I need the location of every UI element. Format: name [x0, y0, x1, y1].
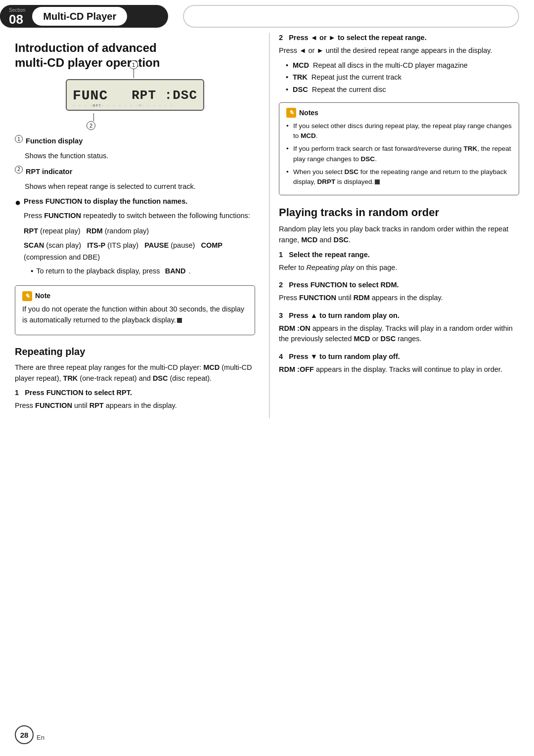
annotation-line-1	[134, 69, 134, 78]
annotation-2-container	[93, 113, 204, 121]
notes-icon: ✎	[286, 108, 296, 118]
annotation-circle-2-row: 2	[87, 121, 204, 130]
page-header: Section 08 Multi-CD Player	[0, 0, 534, 28]
repeat-step2-heading: 2 Press ◄ or ► to select the repeat rang…	[279, 33, 519, 44]
label-2-block: 2 RPT indicator Shows when repeat range …	[15, 166, 255, 192]
repeat-range-list: MCD Repeat all discs in the multi-CD pla…	[279, 60, 519, 95]
annotation-circle-1: 1	[129, 60, 138, 69]
repeating-step1-heading: 1 Press FUNCTION to select RPT.	[15, 388, 255, 399]
label-2-title: RPT indicator	[26, 168, 72, 176]
circle-1: 1	[15, 135, 23, 143]
intro-heading-line2: multi-CD player operation	[15, 56, 160, 69]
en-label: En	[37, 734, 44, 741]
right-column: 2 Press ◄ or ► to select the repeat rang…	[269, 33, 519, 418]
main-content: Introduction of advanced multi-CD player…	[0, 33, 534, 433]
repeating-intro: There are three repeat play ranges for t…	[15, 362, 255, 384]
press-function-content: Press FUNCTION to display the function n…	[24, 196, 255, 280]
random-heading: Playing tracks in random order	[279, 206, 519, 219]
circle-2: 2	[15, 166, 23, 174]
random-step1-body: Refer to Repeating play on this page.	[279, 263, 519, 273]
label-1-block: 1 Function display Shows the function st…	[15, 135, 255, 162]
bullet-dot: ●	[15, 196, 21, 280]
note-item-3: When you select DSC for the repeating ra…	[286, 167, 512, 187]
intro-heading-line1: Introduction of advanced	[15, 41, 157, 54]
annotation-circle-2: 2	[87, 121, 95, 130]
note-header: ✎ Note	[22, 291, 248, 301]
notes-list: If you select other discs during repeat …	[286, 121, 512, 187]
press-function-desc: Press FUNCTION repeatedly to switch betw…	[24, 211, 255, 222]
bullet-dsc: DSC Repeat the current disc	[286, 85, 519, 95]
repeat-step2: 2 Press ◄ or ► to select the repeat rang…	[279, 33, 519, 95]
random-step4-heading: 4 Press ▼ to turn random play off.	[279, 352, 519, 362]
random-step4-body: RDM :OFF appears in the display. Tracks …	[279, 364, 519, 375]
note-item-1: If you select other discs during repeat …	[286, 121, 512, 141]
random-step3: 3 Press ▲ to turn random play on. RDM :O…	[279, 311, 519, 345]
repeating-step1-body: Press FUNCTION until RPT appears in the …	[15, 400, 255, 411]
random-intro: Random play lets you play back tracks in…	[279, 224, 519, 246]
lcd-right-text: RPT :DSC	[132, 88, 197, 103]
section-title: Multi-CD Player	[32, 7, 127, 26]
display-diagram: 1 FUNC RPT :DSC · · · ·RPT· · · · · · ·▽…	[66, 79, 204, 130]
note-item-2: If you perform track search or fast forw…	[286, 144, 512, 164]
left-column: Introduction of advanced multi-CD player…	[15, 33, 269, 418]
label-1-desc: Shows the function status.	[15, 151, 255, 162]
note-body: If you do not operate the function withi…	[22, 304, 248, 326]
label-2-desc: Shows when repeat range is selected to c…	[15, 181, 255, 192]
repeating-step1: 1 Press FUNCTION to select RPT. Press FU…	[15, 388, 255, 411]
lcd-display: FUNC RPT :DSC · · · ·RPT· · · · · · ·▽· …	[66, 79, 204, 111]
stop-symbol-2	[375, 179, 380, 184]
annotation-line-2v	[93, 113, 94, 121]
note-label: Note	[35, 291, 50, 301]
header-right-box	[183, 5, 519, 28]
section-number-block: Section 08	[0, 5, 30, 28]
note-box: ✎ Note If you do not operate the functio…	[15, 285, 255, 335]
label-1-title: Function display	[26, 137, 83, 145]
random-step1: 1 Select the repeat range. Refer to Repe…	[279, 250, 519, 273]
section-badge: Section 08 Multi-CD Player	[0, 5, 168, 28]
random-step1-heading: 1 Select the repeat range.	[279, 250, 519, 261]
stop-symbol	[177, 318, 182, 323]
random-step2-heading: 2 Press FUNCTION to select RDM.	[279, 280, 519, 291]
function-list-2: SCAN (scan play) ITS-P (ITS play) PAUSE …	[24, 240, 255, 263]
repeat-step2-body: Press ◄ or ► until the desired repeat ra…	[279, 45, 519, 56]
random-step2-body: Press FUNCTION until RDM appears in the …	[279, 293, 519, 304]
function-list-1: RPT (repeat play) RDM (random play)	[24, 225, 255, 237]
random-step4: 4 Press ▼ to turn random play off. RDM :…	[279, 352, 519, 375]
section-num: 08	[9, 13, 25, 26]
page-number: 28	[15, 725, 34, 744]
random-step3-body: RDM :ON appears in the display. Tracks w…	[279, 323, 519, 345]
repeating-play-heading: Repeating play	[15, 346, 255, 357]
random-step3-heading: 3 Press ▲ to turn random play on.	[279, 311, 519, 321]
notes-box: ✎ Notes If you select other discs during…	[279, 102, 519, 196]
bullet-trk: TRK Repeat just the current track	[286, 72, 519, 83]
label-1-header: 1 Function display	[15, 135, 255, 147]
press-function-bullet: ● Press FUNCTION to display the function…	[15, 196, 255, 280]
notes-label: Notes	[299, 108, 318, 118]
lcd-left-text: FUNC	[73, 88, 108, 103]
press-function-heading: Press FUNCTION to display the function n…	[24, 196, 255, 207]
lcd-dots-row: · · · ·RPT· · · · · · ·▽· · · · · ·	[73, 103, 197, 108]
label-2-header: 2 RPT indicator	[15, 166, 255, 178]
notes-header: ✎ Notes	[286, 108, 512, 118]
bullet-mcd: MCD Repeat all discs in the multi-CD pla…	[286, 60, 519, 71]
note-icon: ✎	[22, 291, 32, 301]
arrow-band-item: To return to the playback display, press…	[24, 266, 255, 277]
random-step2: 2 Press FUNCTION to select RDM. Press FU…	[279, 280, 519, 304]
